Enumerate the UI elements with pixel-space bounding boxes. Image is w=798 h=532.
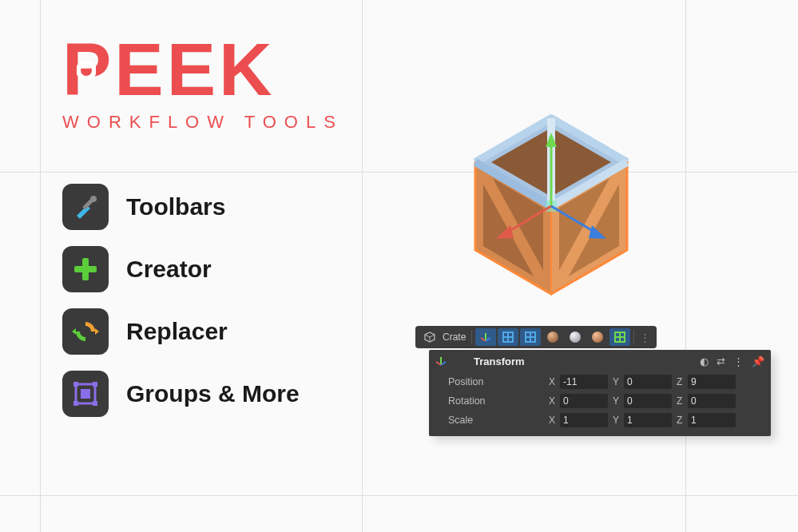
svg-line-30 <box>425 335 430 337</box>
material-grey-icon[interactable] <box>565 328 586 346</box>
scene-crate-object[interactable] <box>443 86 659 302</box>
svg-rect-4 <box>74 266 97 272</box>
svg-rect-9 <box>93 382 97 387</box>
feature-label: Groups & More <box>126 380 300 407</box>
mesh-grid-green-icon[interactable] <box>609 328 630 346</box>
preset-icon[interactable]: ⇄ <box>717 355 725 367</box>
tools-icon <box>62 184 109 230</box>
feature-toolbars: Toolbars <box>62 184 300 230</box>
scale-z-input[interactable] <box>688 413 736 427</box>
refresh-icon <box>62 308 109 355</box>
logo-title: PEEK <box>62 38 343 101</box>
feature-creator: Creator <box>62 246 300 292</box>
feature-groups: Groups & More <box>62 371 300 417</box>
row-label: Position <box>448 376 544 387</box>
svg-marker-5 <box>95 328 99 335</box>
help-icon[interactable]: ◐ <box>700 355 709 367</box>
cube-icon[interactable] <box>419 328 440 346</box>
context-menu-icon[interactable]: ⋮ <box>733 355 744 367</box>
row-label: Scale <box>448 415 544 426</box>
feature-list: Toolbars Creator Replacer <box>62 184 300 433</box>
transform-inspector: Transform ◐ ⇄ ⋮ 📌 Position X Y Z Rotatio… <box>429 350 771 436</box>
rotation-y-input[interactable] <box>624 394 672 408</box>
logo-block: PEEK WORKFLOW TOOLS <box>62 38 343 133</box>
transform-position-row: Position X Y Z <box>429 372 771 391</box>
transform-rotation-row: Rotation X Y Z <box>429 391 771 411</box>
material-orange-icon[interactable] <box>587 328 608 346</box>
rotation-z-input[interactable] <box>688 394 736 408</box>
toolbar-more-icon[interactable]: ⋮ <box>637 332 653 343</box>
rotation-x-input[interactable] <box>560 394 608 408</box>
transform-gizmo-icon <box>435 355 447 367</box>
scale-y-input[interactable] <box>624 413 672 427</box>
mesh-grid-blue-icon[interactable] <box>498 328 518 346</box>
object-name-label: Crate <box>443 332 466 343</box>
feature-label: Replacer <box>126 318 228 345</box>
transform-scale-row: Scale X Y Z <box>429 411 771 430</box>
svg-rect-10 <box>73 401 78 406</box>
mesh-grid-blue2-icon[interactable] <box>520 328 541 346</box>
inspector-title: Transform <box>451 355 700 367</box>
feature-label: Creator <box>126 256 212 283</box>
group-icon <box>62 371 109 417</box>
pin-icon[interactable]: 📌 <box>752 355 764 367</box>
feature-replacer: Replacer <box>62 308 300 355</box>
transform-gizmo-icon[interactable] <box>475 328 496 346</box>
scale-x-input[interactable] <box>560 413 608 427</box>
plus-icon <box>62 246 109 292</box>
svg-point-2 <box>90 196 97 202</box>
svg-marker-6 <box>72 328 76 335</box>
logo-subtitle: WORKFLOW TOOLS <box>62 112 343 133</box>
row-label: Rotation <box>448 395 544 407</box>
position-x-input[interactable] <box>560 375 608 389</box>
svg-rect-11 <box>93 401 97 406</box>
svg-rect-12 <box>81 389 90 399</box>
position-y-input[interactable] <box>624 375 672 389</box>
object-toolbar: Crate ⋮ <box>415 326 657 348</box>
svg-rect-8 <box>73 382 78 387</box>
material-brown-icon[interactable] <box>542 328 563 346</box>
position-z-input[interactable] <box>688 375 736 389</box>
svg-point-0 <box>78 62 94 78</box>
feature-label: Toolbars <box>126 193 225 220</box>
svg-line-31 <box>430 335 435 337</box>
